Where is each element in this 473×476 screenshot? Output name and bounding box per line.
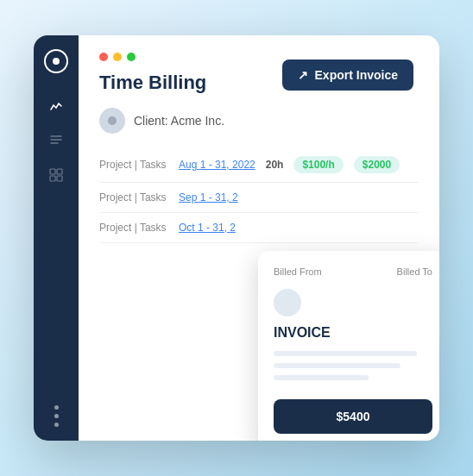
sidebar-item-grid[interactable] — [47, 166, 65, 184]
svg-rect-6 — [57, 176, 62, 181]
billing-label-3: Project | Tasks — [99, 222, 168, 234]
client-avatar — [99, 108, 125, 134]
svg-rect-5 — [50, 176, 55, 181]
billing-date-1[interactable]: Aug 1 - 31, 2022 — [179, 159, 255, 171]
client-name: Client: Acme Inc. — [134, 114, 224, 128]
export-icon: ↗ — [298, 68, 308, 82]
billing-label-2: Project | Tasks — [99, 191, 168, 204]
maximize-dot[interactable] — [127, 53, 136, 61]
billing-date-3[interactable]: Oct 1 - 31, 2 — [179, 222, 236, 234]
billed-from-label: Billed From — [274, 266, 322, 277]
sidebar — [34, 35, 79, 441]
sidebar-item-chart[interactable] — [47, 97, 65, 115]
invoice-total-button[interactable]: $5400 — [274, 399, 432, 434]
invoice-header: Billed From Billed To — [274, 266, 432, 277]
billing-hours-1: 20h — [266, 159, 284, 171]
export-invoice-button[interactable]: ↗ Export Invoice — [282, 60, 413, 91]
main-content: Time Billing Client: Acme Inc. Project |… — [79, 35, 439, 441]
app-window: Time Billing Client: Acme Inc. Project |… — [34, 35, 439, 441]
invoice-avatar — [274, 289, 301, 316]
invoice-line-1 — [274, 351, 417, 356]
sidebar-dots — [54, 405, 59, 427]
billing-rate-1: $100/h — [293, 156, 343, 173]
billed-to-label: Billed To — [397, 266, 432, 277]
client-row: Client: Acme Inc. — [99, 108, 419, 134]
invoice-popup: Billed From Billed To INVOICE $5400 — [258, 251, 439, 441]
billing-date-2[interactable]: Sep 1 - 31, 2 — [179, 191, 238, 204]
svg-rect-4 — [57, 169, 62, 174]
svg-rect-3 — [50, 169, 55, 174]
sidebar-logo[interactable] — [44, 49, 68, 73]
billing-total-1: $2000 — [354, 156, 400, 173]
billing-row-1: Project | Tasks Aug 1 - 31, 2022 20h $10… — [99, 147, 419, 183]
invoice-title: INVOICE — [274, 325, 432, 341]
invoice-line-3 — [274, 375, 369, 380]
invoice-line-2 — [274, 363, 400, 368]
minimize-dot[interactable] — [113, 53, 122, 61]
billing-row-3: Project | Tasks Oct 1 - 31, 2 — [99, 213, 419, 243]
billing-row-2: Project | Tasks Sep 1 - 31, 2 — [99, 183, 419, 213]
close-dot[interactable] — [99, 53, 108, 61]
sidebar-item-list[interactable] — [47, 132, 65, 149]
billing-label-1: Project | Tasks — [99, 159, 168, 171]
export-button-label: Export Invoice — [315, 68, 398, 82]
